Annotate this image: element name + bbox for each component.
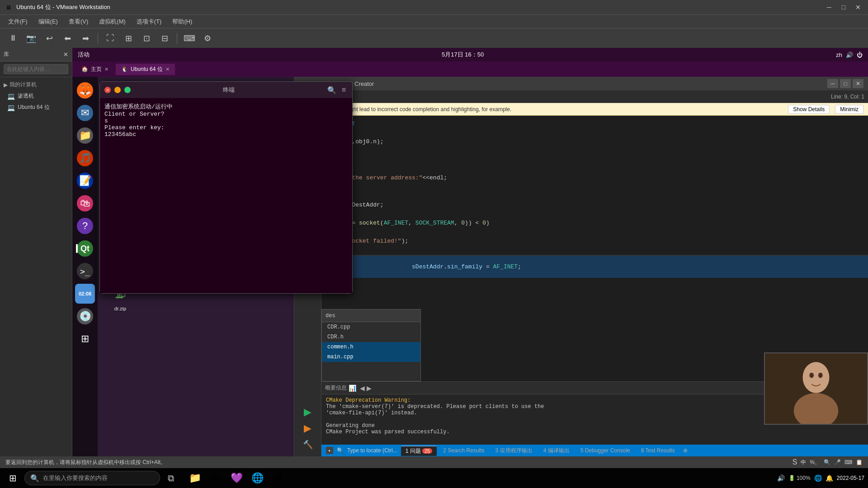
terminal-max-btn[interactable] bbox=[124, 87, 131, 93]
taskbar-apps: 📁 🛍 💜 🌐 🖥 bbox=[185, 470, 288, 486]
fullscreen-btn[interactable]: ⛶ bbox=[103, 31, 118, 46]
menu-file[interactable]: 文件(F) bbox=[4, 16, 32, 28]
status-tab-5[interactable]: 5 Debugger Console bbox=[576, 446, 635, 455]
menu-view[interactable]: 查看(V) bbox=[64, 16, 93, 28]
status-search-icon[interactable]: 🔍 bbox=[337, 447, 344, 454]
dock-appstore[interactable]: 🛍 bbox=[75, 193, 95, 213]
tab-home-close[interactable]: ✕ bbox=[104, 66, 108, 72]
dock-grid[interactable]: ⊞ bbox=[75, 329, 95, 349]
sidebar-mypc-header[interactable]: ▶ 我的计算机 bbox=[0, 79, 72, 90]
file-item-commenh[interactable]: commen.h bbox=[322, 342, 420, 352]
ubuntu-desktop: 🦊 ✉ 📁 🎵 bbox=[72, 77, 868, 456]
terminal-menu-icon[interactable]: ≡ bbox=[342, 86, 346, 94]
dock-writer[interactable]: 📝 bbox=[75, 171, 95, 191]
dock-optical[interactable]: 💿 bbox=[75, 306, 95, 326]
minimize-window-btn[interactable]: ─ bbox=[823, 2, 835, 13]
status-tab-1[interactable]: 1 问题 25 bbox=[401, 446, 437, 456]
code-line: t; bbox=[321, 192, 868, 201]
terminal-line-5: 123456abc bbox=[104, 131, 348, 138]
task-view-btn[interactable]: ⧉ bbox=[163, 471, 179, 485]
code-spacer bbox=[321, 246, 868, 255]
run-play-btn[interactable]: ▶ bbox=[299, 404, 317, 420]
taskbar-store[interactable]: 🛍 bbox=[206, 470, 225, 486]
status-tab-3[interactable]: 3 应用程序输出 bbox=[491, 446, 537, 455]
tab-ubuntu[interactable]: 🐧 Ubuntu 64 位 ✕ bbox=[116, 64, 175, 75]
dock-qt[interactable]: Qt bbox=[75, 239, 95, 258]
task-view-icon: ⧉ bbox=[168, 473, 174, 483]
sidebar-item-pentester[interactable]: 💻 渗透机 bbox=[0, 90, 72, 102]
sidebar-item-ubuntu[interactable]: 💻 Ubuntu 64 位 bbox=[0, 102, 72, 113]
dock-help[interactable]: ? bbox=[75, 216, 95, 236]
tab-ubuntu-close[interactable]: ✕ bbox=[165, 66, 170, 72]
taskbar-notification-icon[interactable]: 🔔 bbox=[826, 474, 833, 482]
webcam-overlay bbox=[764, 352, 868, 425]
split-btn[interactable]: ⊞ bbox=[121, 31, 136, 46]
topbar-lang[interactable]: zh bbox=[836, 52, 842, 58]
qt-max-btn[interactable]: □ bbox=[840, 79, 851, 88]
run-debug-btn[interactable]: ▶ bbox=[299, 420, 317, 436]
file-item-cdrh[interactable]: CDR.h bbox=[322, 332, 420, 342]
qt-min-btn[interactable]: ─ bbox=[827, 79, 838, 88]
overview-fwd[interactable]: ▶ bbox=[367, 385, 372, 392]
debug-icon: ▶ bbox=[304, 422, 311, 434]
overview-back[interactable]: ◀ bbox=[360, 385, 365, 392]
topbar-volume[interactable]: 🔊 bbox=[846, 52, 853, 58]
status-tab-8[interactable]: 8 Test Results bbox=[637, 446, 679, 455]
dock-email[interactable]: ✉ bbox=[75, 103, 95, 123]
terminal-search-icon[interactable]: 🔍 bbox=[327, 86, 336, 94]
file-item-cdrcpp[interactable]: CDR.cpp bbox=[322, 322, 420, 332]
taskbar-vmware[interactable]: 🖥 bbox=[269, 470, 288, 486]
taskbar-edge[interactable]: 🌐 bbox=[248, 470, 267, 486]
line-content: et = socket(AF_INET, SOCK_STREAM, 0)) < … bbox=[340, 219, 868, 228]
qt-close-btn[interactable]: ✕ bbox=[853, 79, 863, 88]
console-btn[interactable]: ⌨ bbox=[182, 31, 197, 46]
terminal-min-btn[interactable] bbox=[114, 87, 121, 93]
win-search-bar[interactable]: 🔍 在里输入你要搜索的内容 bbox=[24, 471, 160, 485]
tab-home[interactable]: 🏠 主页 ✕ bbox=[76, 64, 114, 75]
stretch-btn[interactable]: ⊟ bbox=[157, 31, 172, 46]
minimize-error-btn[interactable]: Minimiz bbox=[835, 105, 863, 114]
code-panel[interactable]: ient 0.d,obj0.n); bbox=[321, 116, 868, 381]
sidebar-close-btn[interactable]: ✕ bbox=[63, 51, 68, 58]
snapshot-btn[interactable]: 📷 bbox=[24, 31, 39, 46]
restore-btn[interactable]: ↩ bbox=[42, 31, 57, 46]
dock-files[interactable]: 📁 bbox=[75, 126, 95, 145]
settings-btn[interactable]: ⚙ bbox=[200, 31, 215, 46]
taskbar-explorer[interactable]: 📁 bbox=[185, 470, 204, 486]
fit-btn[interactable]: ⊡ bbox=[139, 31, 154, 46]
status-more-icon[interactable]: ⊕ bbox=[683, 447, 688, 454]
fwd-btn[interactable]: ➡ bbox=[78, 31, 93, 46]
dock-firefox[interactable]: 🦊 bbox=[75, 80, 95, 100]
close-window-btn[interactable]: ✕ bbox=[852, 2, 864, 13]
taskbar-vs[interactable]: 💜 bbox=[227, 470, 246, 486]
locator-input[interactable]: Type to locate (Ctrl... bbox=[347, 447, 397, 454]
back-btn[interactable]: ⬅ bbox=[60, 31, 75, 46]
qt-icon: Qt bbox=[80, 244, 90, 253]
taskbar-network-icon[interactable]: 🌐 bbox=[814, 474, 822, 482]
terminal-close-btn[interactable]: ✕ bbox=[104, 87, 111, 93]
run-build-btn[interactable]: 🔨 bbox=[299, 436, 317, 453]
qt-title-text: main.cpp @ des - Qt Creator bbox=[299, 80, 824, 87]
menu-help[interactable]: 帮助(H) bbox=[168, 16, 197, 28]
win-search-icon: 🔍 bbox=[30, 474, 39, 483]
dock-music[interactable]: 🎵 bbox=[75, 148, 95, 168]
dock-terminal[interactable]: >_ bbox=[75, 261, 95, 281]
menu-vm[interactable]: 虚拟机(M) bbox=[94, 16, 130, 28]
ubuntu-activities[interactable]: 活动 bbox=[78, 51, 90, 59]
status-tab-2[interactable]: 2 Search Results bbox=[439, 446, 489, 455]
overview-icon[interactable]: 📊 bbox=[349, 385, 356, 392]
status-tab-4[interactable]: 4 编译输出 bbox=[539, 446, 574, 455]
menu-edit[interactable]: 编辑(E) bbox=[34, 16, 62, 28]
taskbar-sound-icon[interactable]: 🔊 bbox=[777, 474, 785, 482]
win-start-btn[interactable]: ⊞ bbox=[4, 470, 22, 486]
terminal-line-4: Please enter key: bbox=[104, 124, 348, 131]
terminal-body[interactable]: 通信加密系统启动/运行中 Client or Server? s Please … bbox=[100, 98, 352, 293]
file-item-maincpp[interactable]: main.cpp bbox=[322, 352, 420, 362]
maximize-window-btn[interactable]: □ bbox=[837, 2, 850, 13]
win-clock[interactable]: 2022-05-17 bbox=[837, 475, 864, 481]
pause-btn[interactable]: ⏸ bbox=[5, 31, 21, 46]
topbar-power[interactable]: ⏻ bbox=[857, 52, 863, 58]
menu-tabs[interactable]: 选项卡(T) bbox=[132, 16, 166, 28]
show-details-button[interactable]: Show Details bbox=[788, 105, 830, 114]
sidebar-search-input[interactable] bbox=[4, 64, 68, 74]
